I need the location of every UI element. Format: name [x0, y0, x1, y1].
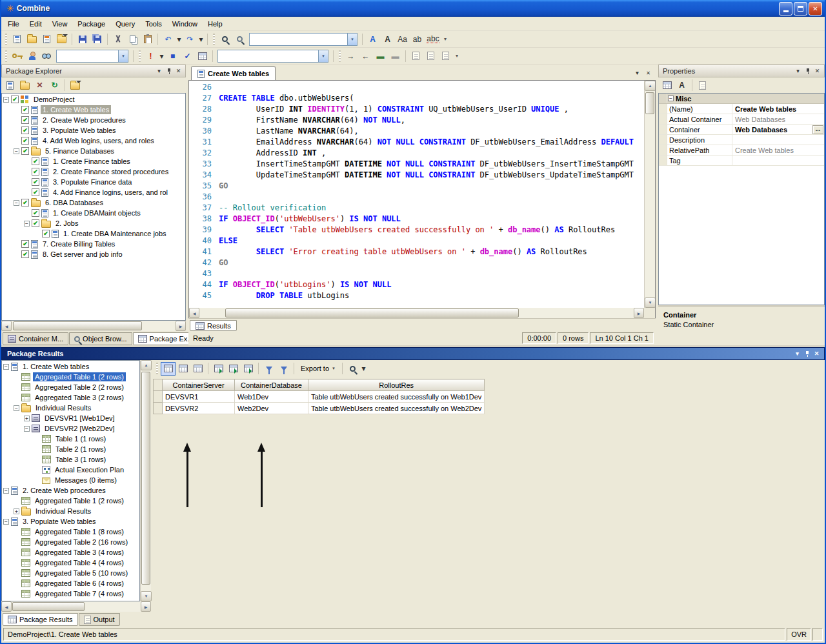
checkbox[interactable]: ✔: [21, 126, 29, 134]
tree-item[interactable]: Aggregated Table 2 (16 rows): [2, 537, 139, 547]
object-browser-icon[interactable]: [39, 49, 54, 63]
code-text[interactable]: CREATE TABLE dbo.utbWebUsers( UserID INT…: [216, 81, 644, 308]
key-icon[interactable]: [10, 49, 25, 63]
collapse-icon[interactable]: −: [668, 96, 674, 101]
tree-item[interactable]: Aggregated Table 7 (4 rows): [2, 589, 139, 599]
scroll-up-icon[interactable]: ▲: [645, 81, 656, 91]
find-previous-icon[interactable]: A: [380, 32, 395, 46]
scroll-up-icon[interactable]: ▲: [141, 360, 152, 370]
tree-item[interactable]: Table 1 (1 rows): [2, 434, 139, 444]
expand-icon[interactable]: +: [14, 508, 19, 514]
menu-item-window[interactable]: Window: [167, 18, 203, 30]
save-icon[interactable]: [75, 32, 90, 46]
package-explorer-header[interactable]: Package Explorer ▾ ✕: [1, 65, 186, 77]
export-to-button[interactable]: Export to▼: [297, 362, 339, 375]
results-settings-icon[interactable]: [195, 49, 210, 63]
column-header[interactable]: ContainerServer: [163, 379, 235, 391]
pin-icon[interactable]: [803, 66, 812, 75]
property-value[interactable]: Create Web tables: [732, 104, 824, 114]
table-cell[interactable]: Web1Dev: [235, 391, 308, 403]
property-row[interactable]: Actual ContainerWeb Databases: [659, 114, 824, 125]
copy-icon[interactable]: [125, 32, 140, 46]
property-row[interactable]: RelativePathCreate Web tables: [659, 145, 824, 156]
checkbox[interactable]: ✔: [21, 240, 29, 248]
tree-item[interactable]: −1. Create Web tables: [2, 361, 139, 372]
spelling-icon[interactable]: abc: [425, 32, 441, 46]
scrollbar-track[interactable]: [12, 601, 141, 612]
alphabetical-icon[interactable]: A: [674, 79, 689, 92]
property-grid[interactable]: − Misc (Name)Create Web tablesActual Con…: [658, 93, 825, 305]
row-selector-header[interactable]: [154, 379, 163, 391]
tree-item[interactable]: Aggregated Table 4 (4 rows): [2, 558, 139, 568]
row-selector[interactable]: [154, 403, 163, 414]
tree-item[interactable]: Aggregated Table 3 (2 rows): [2, 392, 139, 403]
find-in-files-icon[interactable]: [232, 32, 247, 46]
checkbox[interactable]: ✔: [21, 116, 29, 124]
menu-item-query[interactable]: Query: [110, 18, 140, 30]
property-value[interactable]: Web Databases: [732, 125, 812, 134]
user-icon[interactable]: [25, 49, 39, 63]
property-row[interactable]: Description: [659, 135, 824, 145]
new-package-icon[interactable]: [39, 32, 54, 46]
collapse-icon[interactable]: −: [24, 221, 30, 226]
property-value[interactable]: Web Databases: [732, 114, 824, 124]
tree-item[interactable]: ✔2. Create Finance stored procedures: [2, 166, 185, 177]
menu-item-help[interactable]: Help: [203, 18, 228, 30]
menu-item-view[interactable]: View: [47, 18, 73, 30]
find-combobox[interactable]: ▼: [249, 33, 358, 46]
scrollbar-thumb[interactable]: [645, 92, 654, 114]
horizontal-scrollbar[interactable]: ◀ ▶: [1, 601, 151, 612]
close-icon[interactable]: ✕: [812, 66, 822, 75]
tree-item[interactable]: Aggregated Table 6 (4 rows): [2, 578, 139, 589]
row-selector[interactable]: [154, 391, 163, 403]
tree-item[interactable]: −✔2. Jobs: [2, 218, 185, 228]
scrollbar-thumb[interactable]: [225, 308, 519, 317]
code-editor[interactable]: 2627282930313233343536373839404142434445…: [188, 80, 656, 308]
collapse-icon[interactable]: −: [3, 519, 9, 525]
tree-item[interactable]: Table 3 (1 rows): [2, 454, 139, 465]
scroll-right-icon[interactable]: ▶: [141, 601, 151, 612]
tree-item[interactable]: ✔1. Create Web tables: [2, 105, 185, 115]
tree-item[interactable]: +DEVSVR1 [Web1Dev]: [2, 413, 139, 423]
scrollbar-track[interactable]: [199, 308, 634, 318]
tree-item[interactable]: Aggregated Table 1 (2 rows): [2, 496, 139, 506]
category-row[interactable]: − Misc: [659, 94, 824, 104]
scroll-left-icon[interactable]: ◀: [1, 321, 12, 331]
tab-results[interactable]: Results: [190, 320, 237, 331]
undo-dropdown-icon[interactable]: ▾: [176, 32, 183, 46]
expand-icon[interactable]: +: [24, 416, 30, 421]
tab-object-brow-[interactable]: Object Brow...: [69, 332, 132, 345]
zoom-dropdown-icon[interactable]: ▾: [360, 362, 367, 376]
results-file-icon[interactable]: [438, 49, 453, 63]
tree-item[interactable]: Table 2 (1 rows): [2, 444, 139, 454]
results-grid-icon[interactable]: [423, 49, 438, 63]
table-cell[interactable]: DEVSVR2: [163, 403, 235, 414]
scroll-down-icon[interactable]: ▼: [645, 297, 656, 308]
grid-view-small-icon[interactable]: [190, 362, 205, 376]
pivot-left-icon[interactable]: [226, 362, 241, 376]
scroll-down-icon[interactable]: ▼: [141, 591, 152, 601]
vertical-scrollbar[interactable]: ▲ ▼: [140, 360, 151, 601]
new-document-icon[interactable]: [10, 32, 25, 46]
new-folder-icon[interactable]: [17, 79, 32, 92]
tab-list-icon[interactable]: ▼: [632, 68, 642, 78]
table-row[interactable]: DEVSVR1Web1DevTable utbWebUsers created …: [154, 391, 485, 403]
menu-item-tools[interactable]: Tools: [140, 18, 167, 30]
scrollbar-track[interactable]: [141, 370, 151, 591]
grid-view-large-icon[interactable]: [161, 362, 176, 376]
stop-icon[interactable]: ■: [165, 49, 180, 63]
tree-item[interactable]: −Individual Results: [2, 403, 139, 413]
vertical-scrollbar[interactable]: ▲ ▼: [644, 81, 655, 308]
close-document-icon[interactable]: ✕: [643, 68, 653, 78]
table-cell[interactable]: Table utbWebUsers created successfully o…: [308, 403, 485, 414]
checkbox[interactable]: ✔: [21, 137, 29, 145]
chevron-down-icon[interactable]: ▾: [793, 66, 803, 75]
checkbox[interactable]: ✔: [21, 106, 29, 114]
checkbox[interactable]: ✔: [11, 96, 19, 103]
tree-item[interactable]: Aggregated Table 1 (8 rows): [2, 527, 139, 537]
tree-item[interactable]: ✔1. Create DBA Maintenance jobs: [2, 228, 185, 239]
merge-results-icon[interactable]: [211, 362, 226, 376]
tree-item[interactable]: −DEVSVR2 [Web2Dev]: [2, 423, 139, 434]
checkbox[interactable]: ✔: [32, 157, 39, 165]
container-combobox[interactable]: ▼: [56, 50, 128, 63]
